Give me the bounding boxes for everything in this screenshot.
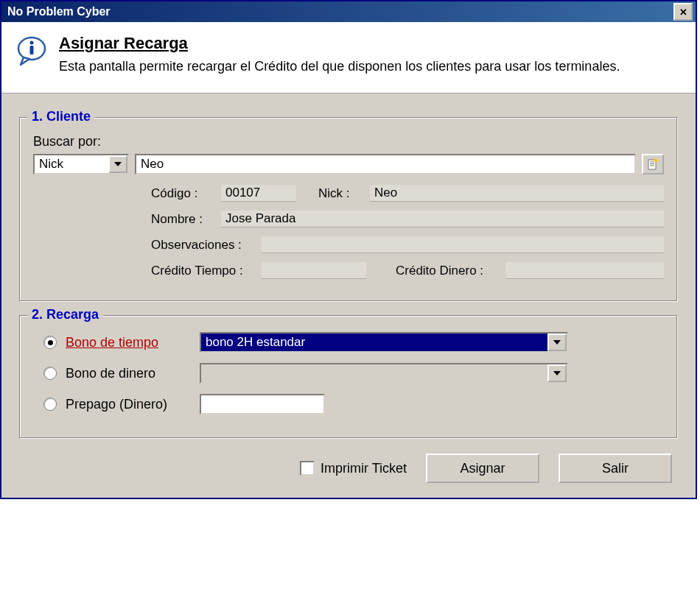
nombre-value: Jose Parada xyxy=(221,211,664,228)
recarga-groupbox: 2. Recarga Bono de tiempo bono 2H estand… xyxy=(19,315,678,439)
window-title: No Problem Cyber xyxy=(7,5,111,18)
bono-dinero-label[interactable]: Bono de dinero xyxy=(66,366,191,381)
search-by-dropdown[interactable]: Nick xyxy=(33,154,129,174)
close-icon: ✕ xyxy=(679,7,687,18)
print-ticket-checkbox[interactable] xyxy=(300,461,315,476)
info-icon xyxy=(16,35,47,66)
cliente-legend: 1. Cliente xyxy=(27,109,95,124)
bono-dinero-selected xyxy=(201,364,547,382)
chevron-down-icon xyxy=(108,155,127,173)
nombre-label: Nombre : xyxy=(151,212,221,227)
recarga-legend: 2. Recarga xyxy=(27,307,103,322)
credito-tiempo-value xyxy=(262,262,366,279)
bono-tiempo-label[interactable]: Bono de tiempo xyxy=(66,335,191,350)
codigo-value: 00107 xyxy=(221,185,296,202)
bono-dinero-dropdown[interactable] xyxy=(200,363,568,384)
nick-label: Nick : xyxy=(318,186,370,201)
credito-dinero-label: Crédito Dinero : xyxy=(396,264,506,278)
chevron-down-icon xyxy=(547,334,567,351)
titlebar: No Problem Cyber ✕ xyxy=(1,1,696,22)
assign-button[interactable]: Asignar xyxy=(426,454,539,483)
svg-rect-2 xyxy=(30,46,34,54)
body-panel: 1. Cliente Buscar por: Nick Neo xyxy=(1,94,696,498)
chevron-down-icon xyxy=(547,364,567,382)
credito-tiempo-label: Crédito Tiempo : xyxy=(151,264,262,278)
search-by-selected: Nick xyxy=(35,155,108,173)
credito-dinero-value xyxy=(506,262,664,279)
prepago-input[interactable] xyxy=(200,394,325,415)
prepago-label[interactable]: Prepago (Dinero) xyxy=(66,397,191,412)
print-ticket-checkbox-wrap[interactable]: Imprimir Ticket xyxy=(300,461,407,476)
close-button[interactable]: ✕ xyxy=(673,3,693,21)
exit-button[interactable]: Salir xyxy=(559,454,672,483)
cliente-groupbox: 1. Cliente Buscar por: Nick Neo xyxy=(19,117,678,302)
new-client-button[interactable] xyxy=(642,154,664,174)
print-ticket-label: Imprimir Ticket xyxy=(321,461,407,476)
nick-value: Neo xyxy=(370,185,664,202)
bono-tiempo-radio[interactable] xyxy=(43,336,57,349)
document-icon xyxy=(646,158,659,171)
svg-point-1 xyxy=(30,41,34,45)
footer-bar: Imprimir Ticket Asignar Salir xyxy=(19,454,678,483)
codigo-label: Código : xyxy=(151,186,221,201)
bono-tiempo-dropdown[interactable]: bono 2H estandar xyxy=(200,332,568,353)
search-input[interactable]: Neo xyxy=(135,154,636,174)
observaciones-label: Observaciones : xyxy=(151,238,262,253)
bono-dinero-radio[interactable] xyxy=(43,367,57,380)
header-panel: Asignar Recarga Esta pantalla permite re… xyxy=(1,22,696,94)
page-description: Esta pantalla permite recargar el Crédit… xyxy=(59,57,620,75)
bono-tiempo-selected: bono 2H estandar xyxy=(201,334,547,351)
header-text: Asignar Recarga Esta pantalla permite re… xyxy=(59,34,620,75)
window-frame: No Problem Cyber ✕ Asignar Recarga Esta … xyxy=(0,0,697,499)
search-by-label: Buscar por: xyxy=(33,134,664,149)
page-title: Asignar Recarga xyxy=(59,34,620,53)
observaciones-value xyxy=(262,236,664,253)
client-details: Código : 00107 Nick : Neo Nombre : Jose … xyxy=(151,185,664,279)
prepago-radio[interactable] xyxy=(43,398,57,411)
